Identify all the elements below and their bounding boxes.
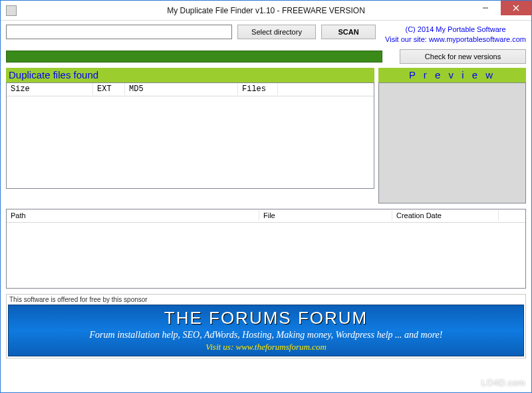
- visit-site-link[interactable]: www.myportablesoftware.com: [429, 35, 526, 43]
- directory-input[interactable]: [6, 25, 232, 39]
- scan-button[interactable]: SCAN: [321, 25, 376, 39]
- copyright-text: (C) 2014 My Portable Software: [385, 25, 526, 35]
- info-block: (C) 2014 My Portable Software Visit our …: [385, 25, 526, 45]
- close-button[interactable]: [501, 1, 531, 15]
- paths-table-header: Path File Creation Date: [7, 209, 525, 223]
- titlebar: My Duplicate File Finder v1.10 - FREEWAR…: [1, 1, 531, 21]
- preview-panel: P r e v i e w: [378, 68, 526, 203]
- banner-title: THE FORUMS FORUM: [9, 308, 523, 328]
- app-icon: [6, 5, 17, 16]
- content-area: Select directory SCAN (C) 2014 My Portab…: [1, 21, 531, 392]
- col-ext[interactable]: EXT: [93, 83, 125, 95]
- sponsor-banner[interactable]: THE FORUMS FORUM Forum installation help…: [8, 305, 524, 356]
- duplicates-header: Duplicate files found: [6, 68, 374, 82]
- middle-row: Duplicate files found Size EXT MD5 Files…: [6, 68, 526, 203]
- visit-prefix: Visit our site:: [385, 35, 429, 43]
- window-controls: [470, 1, 531, 15]
- preview-header: P r e v i e w: [378, 68, 526, 82]
- col-files[interactable]: Files: [238, 83, 278, 95]
- banner-visit-url: www.theforumsforum.com: [236, 342, 327, 352]
- col-path[interactable]: Path: [7, 210, 259, 221]
- duplicates-table[interactable]: Size EXT MD5 Files: [6, 82, 374, 189]
- minimize-button[interactable]: [470, 1, 501, 15]
- banner-visit-prefix: Visit us:: [205, 342, 235, 352]
- sponsor-label: This software is offered for free by thi…: [8, 296, 524, 305]
- top-row: Select directory SCAN (C) 2014 My Portab…: [6, 25, 526, 45]
- paths-table[interactable]: Path File Creation Date: [6, 209, 526, 289]
- check-versions-button[interactable]: Check for new versions: [400, 49, 526, 64]
- banner-subtitle: Forum installation help, SEO, AdWords, H…: [9, 330, 523, 340]
- col-size[interactable]: Size: [7, 83, 93, 95]
- visit-site-line: Visit our site: www.myportablesoftware.c…: [385, 35, 526, 45]
- sponsor-container: This software is offered for free by thi…: [6, 294, 526, 358]
- progress-row: Check for new versions: [6, 49, 526, 64]
- progress-bar: [6, 51, 382, 63]
- banner-visit-line: Visit us: www.theforumsforum.com: [9, 342, 523, 352]
- app-window: My Duplicate File Finder v1.10 - FREEWAR…: [0, 0, 532, 393]
- col-date[interactable]: Creation Date: [392, 210, 499, 221]
- duplicates-panel: Duplicate files found Size EXT MD5 Files: [6, 68, 374, 203]
- duplicates-table-header: Size EXT MD5 Files: [7, 83, 374, 96]
- col-file[interactable]: File: [259, 210, 392, 221]
- select-directory-button[interactable]: Select directory: [237, 25, 316, 39]
- col-md5[interactable]: MD5: [125, 83, 238, 95]
- window-title: My Duplicate File Finder v1.10 - FREEWAR…: [167, 6, 365, 15]
- preview-box: [378, 82, 526, 203]
